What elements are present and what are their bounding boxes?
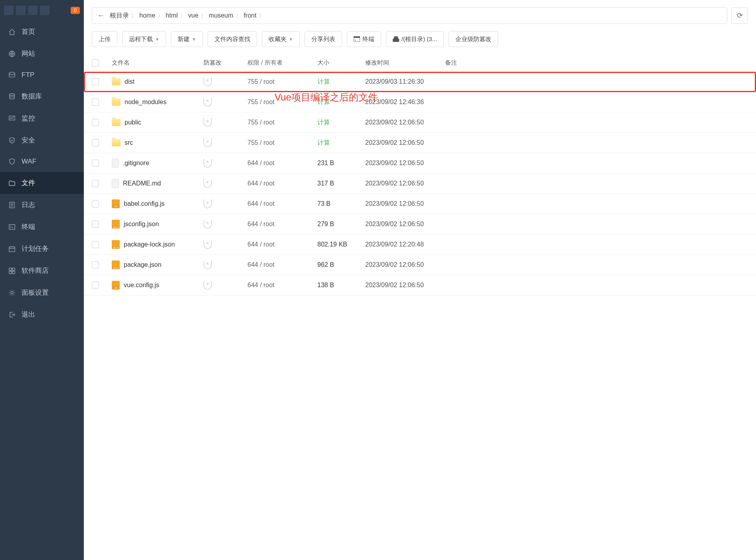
file-name[interactable]: node_modules <box>125 99 166 106</box>
file-row[interactable]: babel.config.js 644 / root 73 B 2023/09/… <box>84 194 756 214</box>
row-checkbox[interactable] <box>92 261 99 268</box>
breadcrumb-item[interactable]: museum <box>206 12 236 19</box>
sidebar-item-globe[interactable]: 网站 <box>0 43 84 65</box>
file-row[interactable]: package.json 644 / root 962 B 2023/09/02… <box>84 255 756 275</box>
file-row[interactable]: dist 755 / root 计算 2023/09/03 11:26:30 <box>84 72 756 92</box>
tamper-shield-icon[interactable] <box>204 159 212 168</box>
anti-tamper-button[interactable]: 企业级防篡改 <box>449 31 498 47</box>
sidebar-item-calendar[interactable]: 计划任务 <box>0 238 84 260</box>
back-button[interactable]: ← <box>96 12 106 20</box>
file-row[interactable]: jsconfig.json 644 / root 279 B 2023/09/0… <box>84 214 756 235</box>
breadcrumb-item[interactable]: front <box>241 12 259 19</box>
sidebar-item-gear[interactable]: 面板设置 <box>0 282 84 304</box>
sidebar-item-folder[interactable]: 文件 <box>0 172 84 194</box>
search-button[interactable]: 文件内容查找 <box>208 31 257 47</box>
file-name[interactable]: public <box>125 119 141 126</box>
favorite-button[interactable]: 收藏夹▼ <box>262 31 300 47</box>
sidebar-item-shield[interactable]: 安全 <box>0 129 84 151</box>
file-name[interactable]: src <box>125 139 133 146</box>
file-permission[interactable]: 644 / root <box>247 221 317 228</box>
share-list-button[interactable]: 分享列表 <box>305 31 342 47</box>
file-size[interactable]: 计算 <box>317 139 365 147</box>
file-permission[interactable]: 644 / root <box>247 200 317 207</box>
new-button[interactable]: 新建▼ <box>171 31 203 47</box>
row-checkbox[interactable] <box>92 282 99 289</box>
sidebar-item-database[interactable]: 数据库 <box>0 85 84 107</box>
col-header-size[interactable]: 大小 <box>317 59 365 67</box>
file-permission[interactable]: 755 / root <box>247 78 317 85</box>
file-size[interactable]: 计算 <box>317 78 365 86</box>
row-checkbox[interactable] <box>92 160 99 167</box>
file-permission[interactable]: 644 / root <box>247 180 317 187</box>
top-tab[interactable] <box>40 6 49 15</box>
sidebar-item-waf[interactable]: WAF <box>0 151 84 172</box>
file-row[interactable]: README.md 644 / root 317 B 2023/09/02 12… <box>84 174 756 194</box>
tamper-shield-icon[interactable] <box>204 281 212 290</box>
file-row[interactable]: .gitignore 644 / root 231 B 2023/09/02 1… <box>84 153 756 174</box>
file-permission[interactable]: 644 / root <box>247 241 317 248</box>
top-tab[interactable] <box>4 6 14 15</box>
file-size[interactable]: 计算 <box>317 118 365 127</box>
file-permission[interactable]: 644 / root <box>247 282 317 289</box>
root-path-button[interactable]: /(根目录) (3... <box>386 31 444 47</box>
tamper-shield-icon[interactable] <box>204 260 212 269</box>
breadcrumb-item[interactable]: vue <box>186 12 201 19</box>
tamper-shield-icon[interactable] <box>204 118 212 127</box>
row-checkbox[interactable] <box>92 119 99 126</box>
breadcrumb-item[interactable]: html <box>163 12 180 19</box>
top-tab[interactable] <box>28 6 38 15</box>
file-name[interactable]: .gitignore <box>123 160 149 167</box>
file-name[interactable]: dist <box>125 78 135 85</box>
file-row[interactable]: src 755 / root 计算 2023/09/02 12:06:50 <box>84 133 756 153</box>
file-name[interactable]: jsconfig.json <box>124 221 159 228</box>
tamper-shield-icon[interactable] <box>204 98 212 106</box>
tamper-shield-icon[interactable] <box>204 179 212 188</box>
tamper-shield-icon[interactable] <box>204 138 212 147</box>
file-size[interactable]: 计算 <box>317 98 365 106</box>
sidebar-item-terminal[interactable]: 终端 <box>0 216 84 238</box>
row-checkbox[interactable] <box>92 99 99 106</box>
row-checkbox[interactable] <box>92 78 99 85</box>
upload-button[interactable]: 上传 <box>92 31 117 47</box>
sidebar-item-home[interactable]: 首页 <box>0 21 84 43</box>
file-row[interactable]: vue.config.js 644 / root 138 B 2023/09/0… <box>84 275 756 296</box>
col-header-perm[interactable]: 权限 / 所有者 <box>247 59 317 67</box>
row-checkbox[interactable] <box>92 241 99 248</box>
row-checkbox[interactable] <box>92 180 99 187</box>
row-checkbox[interactable] <box>92 139 99 146</box>
file-row[interactable]: node_modules 755 / root 计算 2023/09/02 12… <box>84 92 756 112</box>
terminal-button[interactable]: 终端 <box>347 31 381 47</box>
file-name[interactable]: package-lock.json <box>124 241 175 248</box>
file-name[interactable]: package.json <box>124 261 161 268</box>
file-row[interactable]: package-lock.json 644 / root 802.19 KB 2… <box>84 235 756 255</box>
sidebar-item-log[interactable]: 日志 <box>0 194 84 216</box>
file-permission[interactable]: 755 / root <box>247 139 317 146</box>
file-permission[interactable]: 755 / root <box>247 119 317 126</box>
tamper-shield-icon[interactable] <box>204 240 212 249</box>
file-permission[interactable]: 755 / root <box>247 99 317 106</box>
file-name[interactable]: babel.config.js <box>124 200 164 207</box>
col-header-time[interactable]: 修改时间 <box>365 59 445 67</box>
select-all-checkbox[interactable] <box>92 59 99 67</box>
tamper-shield-icon[interactable] <box>204 199 212 208</box>
file-name[interactable]: README.md <box>123 180 161 187</box>
sidebar-item-ftp[interactable]: FTP <box>0 65 84 85</box>
sidebar-item-logout[interactable]: 退出 <box>0 304 84 325</box>
notification-badge[interactable]: 0 <box>71 7 80 14</box>
col-header-name[interactable]: 文件名 <box>112 59 204 67</box>
tamper-shield-icon[interactable] <box>204 220 212 229</box>
top-tab[interactable] <box>16 6 26 15</box>
sidebar-item-monitor[interactable]: 监控 <box>0 107 84 129</box>
row-checkbox[interactable] <box>92 200 99 207</box>
tamper-shield-icon[interactable] <box>204 77 212 86</box>
file-permission[interactable]: 644 / root <box>247 261 317 268</box>
file-row[interactable]: public 755 / root 计算 2023/09/02 12:06:50 <box>84 112 756 133</box>
breadcrumb-item[interactable]: 根目录 <box>107 12 131 19</box>
row-checkbox[interactable] <box>92 221 99 228</box>
breadcrumb-item[interactable]: home <box>137 12 158 19</box>
file-name[interactable]: vue.config.js <box>124 282 159 289</box>
file-permission[interactable]: 644 / root <box>247 160 317 167</box>
refresh-button[interactable]: ⟳ <box>731 7 748 24</box>
remote-download-button[interactable]: 远程下载▼ <box>122 31 166 47</box>
sidebar-item-apps[interactable]: 软件商店 <box>0 260 84 282</box>
